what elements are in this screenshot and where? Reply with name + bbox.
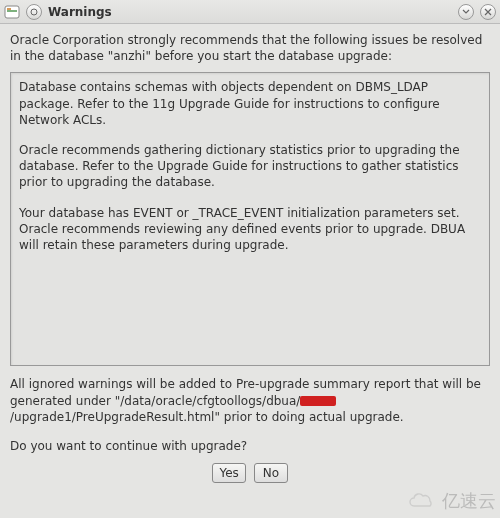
no-button[interactable]: No [254, 463, 288, 483]
close-icon[interactable] [480, 4, 496, 20]
window-title: Warnings [46, 5, 452, 19]
intro-text: Oracle Corporation strongly recommends t… [10, 32, 490, 64]
footer-prefix: All ignored warnings will be added to Pr… [10, 377, 481, 407]
watermark-text: 亿速云 [442, 489, 496, 513]
watermark: 亿速云 [406, 489, 496, 514]
svg-rect-2 [7, 8, 11, 10]
warning-paragraph: Your database has EVENT or _TRACE_EVENT … [19, 205, 481, 254]
cloud-icon [406, 491, 436, 511]
app-icon [4, 4, 20, 20]
warning-paragraph: Oracle recommends gathering dictionary s… [19, 142, 481, 191]
footer-suffix: /upgrade1/PreUpgradeResult.html" prior t… [10, 410, 404, 424]
window-menu-icon[interactable] [26, 4, 42, 20]
warning-paragraph: Database contains schemas with objects d… [19, 79, 481, 128]
redacted-segment [300, 396, 336, 406]
footer-text: All ignored warnings will be added to Pr… [10, 376, 490, 425]
dialog-content: Oracle Corporation strongly recommends t… [0, 24, 500, 489]
titlebar: Warnings [0, 0, 500, 24]
warning-textbox[interactable]: Database contains schemas with objects d… [10, 72, 490, 366]
svg-rect-1 [7, 10, 17, 12]
yes-button[interactable]: Yes [212, 463, 246, 483]
svg-point-3 [31, 9, 37, 15]
button-row: Yes No [10, 463, 490, 483]
continue-question: Do you want to continue with upgrade? [10, 439, 490, 453]
minimize-icon[interactable] [458, 4, 474, 20]
